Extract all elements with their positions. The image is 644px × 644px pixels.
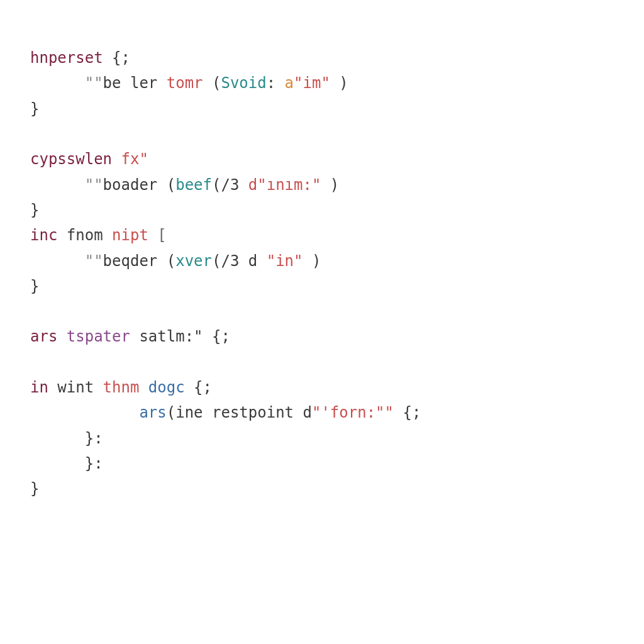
code-token: "": [30, 176, 103, 194]
code-token: ): [321, 176, 339, 194]
code-token: :: [267, 74, 285, 92]
code-token: }: [30, 277, 39, 295]
code-token: "ınım:": [257, 176, 321, 194]
code-token: {;: [203, 328, 230, 345]
code-token: [112, 150, 121, 168]
code-token: {;: [185, 379, 212, 396]
code-token: }: [30, 201, 39, 219]
code-token: satlm:": [130, 328, 203, 345]
code-token: tspater: [57, 328, 130, 345]
code-token: {;: [103, 49, 130, 67]
code-token: (ine restpoint d: [167, 404, 312, 421]
code-token: {;: [394, 404, 421, 421]
code-token: wint: [48, 379, 94, 396]
code-token: beef: [175, 176, 212, 194]
code-token: "'forn:"": [312, 404, 394, 421]
code-token: [: [148, 226, 167, 244]
code-token: (/3 d: [212, 252, 267, 270]
code-token: "in": [267, 252, 303, 270]
code-token: }:: [30, 430, 103, 447]
code-token: ars: [30, 328, 57, 345]
code-token: cypsswlen: [30, 150, 112, 168]
code-token: Svoid: [221, 74, 266, 92]
code-token: boader: [103, 176, 158, 194]
code-token: beqder: [103, 252, 158, 270]
code-token: fnom: [57, 226, 103, 244]
code-token: in: [30, 379, 48, 396]
code-token: thnm: [94, 379, 139, 396]
code-token: (: [157, 176, 175, 194]
code-editor[interactable]: hnperset {; ""be ler tomr (Svoid: a"im" …: [0, 0, 644, 502]
code-token: (: [157, 252, 175, 270]
code-token: a: [285, 74, 294, 92]
code-token: "": [30, 74, 103, 92]
code-token: ars: [139, 404, 166, 421]
code-token: hnperset: [30, 49, 103, 67]
code-token: [30, 404, 139, 421]
code-token: }:: [30, 455, 103, 472]
code-token: inc: [30, 226, 57, 244]
code-token: xver: [175, 252, 212, 270]
code-token: }: [30, 480, 39, 497]
code-token: ): [330, 74, 348, 92]
code-token: d: [248, 176, 257, 194]
code-token: ): [303, 252, 321, 270]
code-token: dogc: [139, 379, 184, 396]
code-token: "im": [294, 74, 330, 92]
code-token: "": [30, 252, 103, 270]
code-token: (/3: [212, 176, 248, 194]
code-token: be ler: [103, 74, 158, 92]
code-token: (: [203, 74, 221, 92]
code-token: }: [30, 100, 39, 118]
code-token: nipt: [103, 226, 148, 244]
code-token: fx": [121, 150, 148, 168]
code-token: tomr: [157, 74, 203, 92]
